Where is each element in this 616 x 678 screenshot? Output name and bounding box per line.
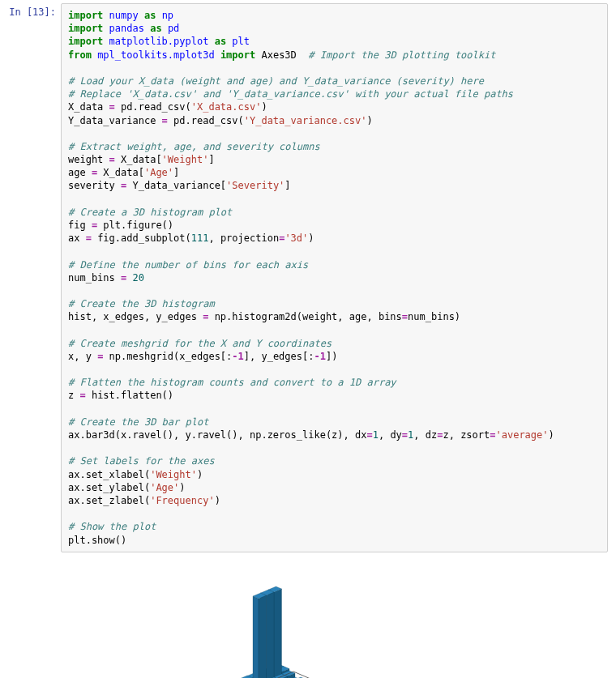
kw-import: import xyxy=(68,36,103,47)
op: = xyxy=(109,154,115,165)
code: ax.set_ylabel( xyxy=(68,482,150,493)
kw-import: import xyxy=(68,23,103,34)
code: ], y_edges[: xyxy=(244,351,314,362)
op: = xyxy=(402,311,408,322)
kw-import: import xyxy=(220,49,255,61)
code: np.meshgrid(x_edges[: xyxy=(103,351,232,362)
code-cell: In [13]: import numpy as np import panda… xyxy=(0,0,616,552)
op: = xyxy=(109,101,115,113)
num: -1 xyxy=(232,351,243,362)
code: hist, x_edges, y_edges xyxy=(68,311,203,322)
code: X_data[ xyxy=(97,167,144,178)
code: ax.set_zlabel( xyxy=(68,495,150,506)
code: fig xyxy=(68,220,92,231)
module: numpy xyxy=(109,10,139,21)
comment: # Replace 'X_data.csv' and 'Y_data_varia… xyxy=(68,88,513,100)
code: ax.bar3d(x.ravel(), y.ravel(), np.zeros_… xyxy=(68,429,366,441)
code: , projection xyxy=(208,232,279,244)
code: ) xyxy=(308,232,314,244)
code: ] xyxy=(173,167,179,178)
num: 111 xyxy=(191,232,209,244)
comment: # Flatten the histogram counts and conve… xyxy=(68,377,396,388)
name: Axes3D xyxy=(261,49,296,61)
input-prompt: In [13]: xyxy=(0,0,61,552)
svg-line-1202 xyxy=(293,672,375,678)
op: = xyxy=(79,390,85,401)
module: pandas xyxy=(109,23,144,34)
string: '3d' xyxy=(284,232,308,244)
kw-from: from xyxy=(68,49,92,61)
code: ) xyxy=(366,115,372,126)
code: Y_data_variance[ xyxy=(126,180,226,191)
comment: # Load your X_data (weight and age) and … xyxy=(68,75,484,87)
code: np.histogram2d(weight, age, bins xyxy=(208,311,401,322)
code: ) xyxy=(179,482,185,493)
num: 20 xyxy=(126,272,144,284)
kw-as: as xyxy=(150,23,161,34)
code: ) xyxy=(197,469,203,480)
module: matplotlib.pyplot xyxy=(109,36,209,47)
comment: # Set labels for the axes xyxy=(68,455,215,467)
svg-marker-183 xyxy=(253,596,259,678)
code: ) xyxy=(215,495,220,506)
op: = xyxy=(402,429,408,441)
code: pd.read_csv( xyxy=(115,101,191,113)
comment: # Create the 3D histogram xyxy=(68,298,215,309)
string: 'Weight' xyxy=(150,469,197,480)
code: ]) xyxy=(326,351,337,362)
code: plt.show() xyxy=(68,535,126,546)
code: num_bins) xyxy=(408,311,460,322)
string: 'Age' xyxy=(150,482,179,493)
code: weight xyxy=(68,154,109,165)
string: 'average' xyxy=(495,429,548,441)
code: , dz xyxy=(413,429,437,441)
comment: # Create the 3D bar plot xyxy=(68,416,208,428)
svg-marker-124 xyxy=(267,592,275,678)
num: 1 xyxy=(373,429,379,441)
code-input[interactable]: import numpy as np import pandas as pd i… xyxy=(61,3,608,552)
code: z, zsort xyxy=(443,429,490,441)
comment: # Create a 3D histogram plot xyxy=(68,207,232,218)
string: 'Age' xyxy=(144,167,173,178)
code: num_bins xyxy=(68,272,121,284)
code: Y_data_variance xyxy=(68,115,162,126)
code: plt.figure() xyxy=(97,220,173,231)
svg-marker-64 xyxy=(274,589,282,678)
alias: pd xyxy=(168,23,179,34)
string: 'Frequency' xyxy=(150,495,214,506)
kw-as: as xyxy=(144,10,156,21)
code: , dy xyxy=(379,429,402,441)
code: x, y xyxy=(68,351,97,362)
code: ax xyxy=(68,232,86,244)
module: mpl_toolkits.mplot3d xyxy=(97,49,215,61)
code: age xyxy=(68,167,92,178)
code: z xyxy=(68,390,79,401)
string: 'Severity' xyxy=(226,180,284,191)
comment: # Define the number of bins for each axi… xyxy=(68,259,308,271)
string: 'X_data.csv' xyxy=(191,101,262,113)
code: ) xyxy=(261,101,267,113)
comment: # Create meshgrid for the X and Y coordi… xyxy=(68,338,332,349)
op: = xyxy=(162,115,168,126)
num: -1 xyxy=(314,351,325,362)
code: pd.read_csv( xyxy=(168,115,244,126)
kw-as: as xyxy=(215,36,226,47)
comment: # Extract weight, age, and severity colu… xyxy=(68,141,320,152)
output-area: 0510152025051015200200004000060000800001… xyxy=(61,569,616,678)
svg-marker-184 xyxy=(259,595,267,678)
code: ) xyxy=(549,429,554,441)
chart-svg: 0510152025051015200200004000060000800001… xyxy=(67,569,375,678)
code: hist.flatten() xyxy=(86,390,173,401)
code: X_data xyxy=(68,101,109,113)
comment: # Import the 3D plotting toolkit xyxy=(308,49,495,61)
chart-3d-histogram: 0510152025051015200200004000060000800001… xyxy=(67,569,375,678)
comment: # Show the plot xyxy=(68,521,156,532)
code: fig.add_subplot( xyxy=(92,232,191,244)
string: 'Y_data_variance.csv' xyxy=(244,115,367,126)
op: = xyxy=(366,429,372,441)
alias: np xyxy=(162,10,173,21)
code: X_data[ xyxy=(115,154,162,165)
code: ] xyxy=(284,180,290,191)
string: 'Weight' xyxy=(162,154,209,165)
op: = xyxy=(86,232,92,244)
